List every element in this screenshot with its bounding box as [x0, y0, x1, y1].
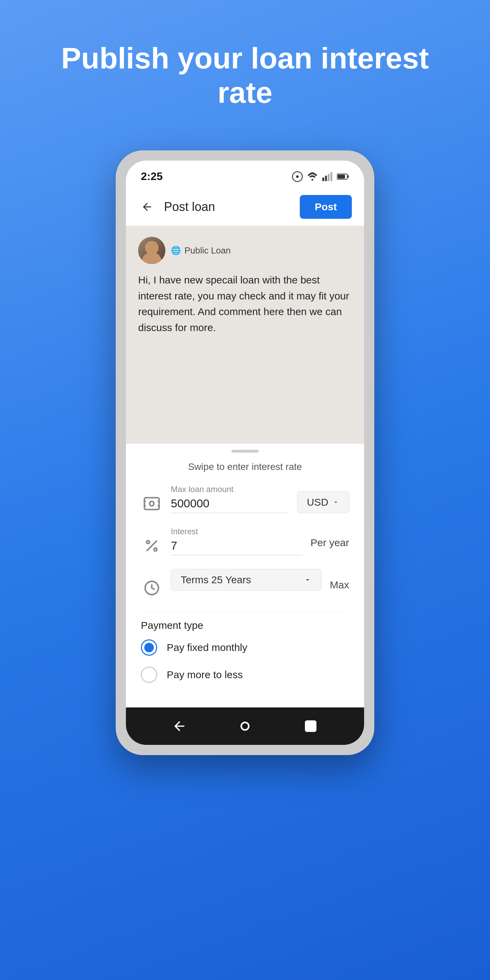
svg-rect-3 [325, 176, 327, 181]
radio-desc-label: Pay more to less [167, 669, 243, 681]
money-icon [141, 493, 163, 514]
interest-suffix: Per year [311, 537, 349, 549]
phone-screen: 2:25 [126, 161, 364, 745]
max-loan-input[interactable] [171, 497, 289, 513]
app-bar: Post loan Post [126, 188, 364, 226]
terms-value: Terms 25 Years [181, 574, 251, 585]
svg-rect-20 [306, 721, 316, 731]
status-icons [292, 171, 349, 182]
nav-bar [126, 708, 364, 745]
phone-mockup: 2:25 [116, 150, 374, 755]
post-visibility: Public Loan [185, 245, 231, 256]
svg-rect-9 [144, 498, 159, 510]
terms-selector[interactable]: Terms 25 Years [171, 569, 321, 591]
svg-rect-4 [328, 174, 329, 181]
svg-point-15 [147, 541, 150, 544]
interest-field: Interest [171, 527, 302, 555]
currency-selector[interactable]: USD [297, 492, 349, 513]
status-bar: 2:25 [126, 161, 364, 188]
terms-row: Terms 25 Years Max [141, 569, 349, 599]
signal-icon [322, 171, 333, 182]
post-button[interactable]: Post [300, 195, 352, 219]
radio-fixed-outer [141, 640, 157, 656]
nav-back-button[interactable] [169, 716, 189, 737]
svg-point-0 [296, 175, 299, 178]
radio-fixed-label: Pay fixed monthly [167, 642, 247, 653]
app-bar-title: Post loan [164, 200, 292, 214]
radio-desc-outer [141, 667, 157, 683]
interest-input[interactable] [171, 539, 302, 555]
svg-rect-5 [331, 172, 332, 181]
svg-point-10 [150, 501, 154, 506]
radio-option-descending[interactable]: Pay more to less [141, 667, 349, 683]
svg-line-17 [147, 541, 157, 551]
page-title: Publish your loan interest rate [0, 41, 490, 110]
payment-type-section: Payment type Pay fixed monthly Pay more … [141, 620, 349, 683]
svg-point-1 [311, 179, 313, 181]
max-loan-field: Max loan amount [171, 485, 289, 513]
interest-row: Interest Per year [141, 527, 349, 557]
currency-value: USD [307, 496, 328, 508]
globe-icon: 🌐 [171, 246, 181, 255]
status-time: 2:25 [141, 170, 163, 183]
back-button[interactable] [138, 198, 156, 216]
percent-icon [141, 535, 163, 557]
svg-rect-7 [347, 175, 349, 178]
clock-icon [141, 577, 163, 599]
bottom-sheet: Swipe to enter interest rate Max loan am… [126, 459, 364, 708]
post-header: 🌐 Public Loan [138, 237, 352, 264]
drag-handle-area[interactable] [126, 444, 364, 459]
svg-rect-2 [322, 178, 324, 181]
post-content-area: 🌐 Public Loan Hi, I have new specail loa… [126, 226, 364, 444]
divider [141, 611, 349, 611]
wifi-icon [307, 171, 318, 182]
terms-suffix: Max [330, 579, 349, 591]
svg-point-19 [241, 722, 249, 730]
payment-type-title: Payment type [141, 620, 349, 631]
avatar [138, 237, 165, 264]
swipe-hint: Swipe to enter interest rate [141, 461, 349, 472]
max-loan-label: Max loan amount [171, 485, 289, 494]
radio-option-fixed[interactable]: Pay fixed monthly [141, 640, 349, 656]
interest-label: Interest [171, 527, 302, 536]
post-meta: 🌐 Public Loan [171, 245, 231, 256]
post-text: Hi, I have new specail loan with the bes… [138, 272, 352, 336]
svg-point-16 [154, 548, 157, 551]
max-loan-row: Max loan amount USD [141, 485, 349, 514]
media-icon [292, 171, 303, 182]
nav-home-button[interactable] [235, 716, 255, 737]
svg-rect-8 [337, 175, 345, 179]
battery-icon [337, 173, 349, 180]
nav-recents-button[interactable] [301, 716, 321, 737]
drag-handle [231, 450, 259, 453]
radio-fixed-inner [144, 643, 154, 652]
